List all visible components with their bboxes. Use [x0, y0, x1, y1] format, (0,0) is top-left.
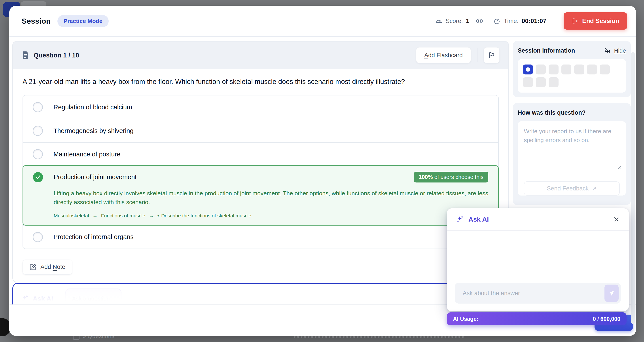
progress-square-current[interactable] [523, 64, 533, 74]
edit-icon [29, 264, 36, 271]
answer-option-2[interactable]: Thermogenesis by shivering [23, 119, 498, 142]
background-dotted-divider [294, 336, 464, 338]
hide-session-info-link[interactable]: Hide [604, 47, 626, 54]
toolbar-divider [477, 48, 478, 62]
document-icon [22, 51, 29, 60]
scrollbar-thumb[interactable] [631, 52, 635, 324]
progress-square[interactable] [574, 64, 584, 74]
feedback-textarea[interactable] [524, 127, 620, 171]
question-progress-card [518, 59, 626, 92]
resize-handle-icon[interactable] [616, 164, 622, 170]
fade-overlay [13, 284, 508, 304]
send-message-button[interactable] [604, 284, 618, 302]
gauge-icon [435, 17, 442, 25]
score-label: Score: [446, 18, 463, 24]
add-flashcard-button[interactable]: Add Flashcard [416, 47, 471, 63]
add-note-button[interactable]: Add Note [22, 260, 72, 274]
answer-option-3[interactable]: Maintenance of posture [23, 142, 498, 166]
progress-square[interactable] [562, 64, 571, 74]
ask-ai-title: Ask AI [468, 216, 489, 223]
ask-ai-dialog: Ask AI [447, 208, 629, 311]
question-card-header: Question 1 / 10 Add Flashcard [13, 42, 508, 69]
score-value: 1 [466, 18, 470, 24]
radio-icon [33, 149, 43, 159]
bullet: • [157, 213, 159, 219]
feedback-panel: How was this question? Send Feedback ↗ [513, 103, 631, 205]
time-value: 00:01:07 [522, 18, 546, 24]
close-icon[interactable] [613, 216, 620, 223]
progress-square[interactable] [548, 77, 558, 87]
page-title: Session [22, 17, 51, 26]
ask-ai-tab[interactable]: Ask AI Ask a question [12, 283, 509, 304]
feedback-title: How was this question? [518, 109, 586, 116]
logout-icon [572, 18, 578, 24]
progress-square[interactable] [548, 64, 558, 74]
practice-mode-badge: Practice Mode [58, 15, 109, 27]
progress-square[interactable] [600, 64, 610, 74]
radio-icon [33, 126, 43, 136]
ai-usage-value: 0 / 600,000 [593, 316, 620, 322]
score-stat: Score: 1 [435, 17, 484, 25]
ai-usage-bar: AI Usage: 0 / 600,000 [447, 312, 626, 325]
question-card: Question 1 / 10 Add Flashcard A 21-year-… [12, 41, 509, 282]
time-label: Time: [504, 18, 518, 24]
ask-ai-input-wrap [455, 283, 621, 304]
send-feedback-button[interactable]: Send Feedback ↗ [524, 182, 620, 196]
eye-off-icon [604, 47, 611, 54]
progress-square[interactable] [587, 64, 597, 74]
radio-icon [33, 102, 43, 112]
end-session-button[interactable]: End Session [564, 12, 627, 30]
time-stat: Time: 00:01:07 [493, 17, 546, 25]
sidebar: Session Information Hide [513, 41, 631, 205]
timer-icon [493, 17, 501, 25]
arrow-separator: → [92, 213, 98, 219]
sparkles-icon [456, 215, 464, 224]
arrow-up-right-icon: ↗ [592, 185, 597, 192]
question-progress-grid [518, 59, 626, 92]
ai-usage-label: AI Usage: [453, 316, 478, 322]
end-session-label: End Session [582, 18, 619, 24]
progress-square[interactable] [536, 77, 546, 87]
answer-option-5[interactable]: Protection of internal organs [23, 225, 498, 248]
check-circle-icon [33, 172, 43, 182]
flag-icon [488, 52, 495, 59]
question-text: A 21-year-old man lifts a heavy box from… [22, 78, 499, 86]
answer-option-1[interactable]: Regulation of blood calcium [23, 96, 498, 119]
paper-plane-icon [608, 290, 615, 296]
arrow-separator: → [149, 213, 154, 219]
question-counter: Question 1 / 10 [34, 52, 79, 59]
answer-option-4-correct[interactable]: Production of joint movement 100% of use… [22, 165, 499, 226]
answer-options: Regulation of blood calcium Thermogenesi… [22, 95, 499, 249]
breadcrumb: Musculoskeletal → Functions of muscle → … [54, 213, 488, 219]
header-divider [555, 14, 555, 28]
progress-square[interactable] [536, 64, 546, 74]
choice-stats-badge: 100% of users choose this [414, 172, 488, 182]
ask-ai-input[interactable] [455, 283, 621, 304]
answer-explanation: Lifting a heavy box directly involves sk… [54, 189, 500, 207]
session-information-panel: Session Information Hide [513, 41, 631, 97]
flag-question-button[interactable] [484, 47, 500, 63]
progress-square[interactable] [523, 77, 533, 87]
session-information-title: Session Information [518, 47, 575, 54]
radio-icon [33, 232, 43, 242]
session-header: Session Practice Mode Score: 1 [9, 6, 636, 37]
score-visibility-icon[interactable] [476, 17, 484, 25]
